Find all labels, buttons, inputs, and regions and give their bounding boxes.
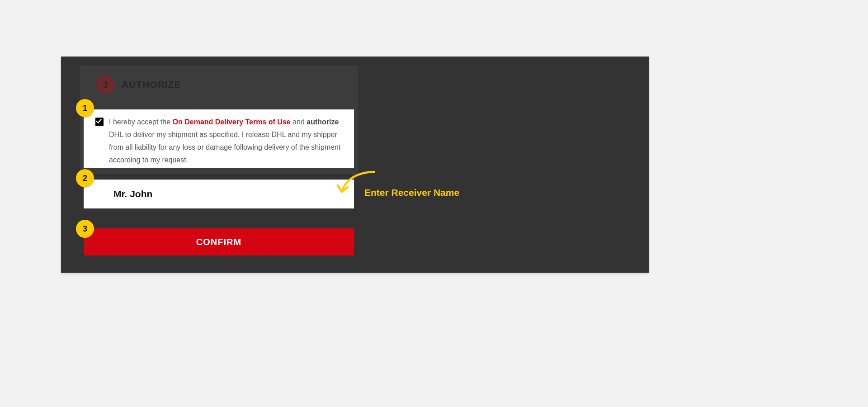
step-header: 3 AUTHORIZE [96,76,181,94]
annotation-badge-2: 2 [76,169,94,187]
step-number-badge: 3 [96,76,114,94]
authorize-card: 3 AUTHORIZE I hereby accept the On Deman… [61,57,649,273]
terms-text-rest: DHL to deliver my shipment as specified.… [109,131,340,164]
terms-of-use-link[interactable]: On Demand Delivery Terms of Use [173,118,291,126]
terms-panel: I hereby accept the On Demand Delivery T… [84,109,354,168]
terms-text-bold: authorize [307,118,339,126]
annotation-badge-3: 3 [76,220,94,238]
accept-terms-checkbox[interactable] [95,118,104,126]
input-outline-decoration [84,172,354,180]
annotation-receiver-hint: Enter Receiver Name [364,187,459,198]
receiver-name-input[interactable] [113,188,354,200]
receiver-name-panel [84,180,354,208]
confirm-button[interactable]: CONFIRM [84,228,354,256]
terms-text-mid: and [291,118,307,126]
terms-text-prefix: I hereby accept the [109,118,173,126]
page-canvas: 3 AUTHORIZE I hereby accept the On Deman… [0,0,868,407]
annotation-badge-1: 1 [76,99,94,117]
step-title: AUTHORIZE [122,79,181,90]
terms-text: I hereby accept the On Demand Delivery T… [109,116,342,166]
